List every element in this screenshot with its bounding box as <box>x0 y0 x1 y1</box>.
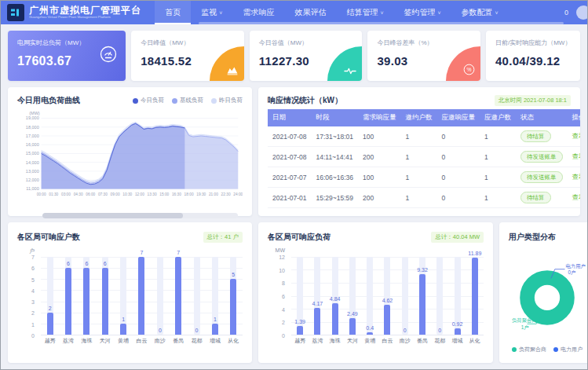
status-badge: 待结算 <box>520 130 551 142</box>
svg-text:21:00: 21:00 <box>209 192 218 196</box>
chevron-down-icon: ˅ <box>380 10 383 16</box>
nav-item-5[interactable]: 签约管理˅ <box>394 1 451 24</box>
nav-item-3[interactable]: 效果评估 <box>284 1 336 24</box>
bar-column: 0花都 <box>191 257 203 335</box>
x-axis-label: 海珠 <box>330 337 341 345</box>
view-link[interactable]: 查看 <box>572 193 581 201</box>
legend-item[interactable]: 今日负荷 <box>133 97 164 104</box>
bar <box>367 332 373 335</box>
table-row: 2021-07-0817:31~18:01100101待结算查看 <box>268 126 580 147</box>
bar-column: 5从化 <box>227 257 239 335</box>
y-axis-tick: 10 <box>279 267 285 273</box>
svg-text:18,000: 18,000 <box>26 125 39 130</box>
bar-value-label: 6 <box>85 261 88 266</box>
col-header-2: 需求响应量 <box>358 109 401 126</box>
col-header-0: 日期 <box>268 109 311 126</box>
svg-text:17,000: 17,000 <box>26 134 39 138</box>
logo <box>7 4 24 21</box>
bar-column: 0南沙 <box>399 257 411 335</box>
chevron-down-icon: ˅ <box>219 10 222 16</box>
beijing-time-badge: 北京时间 2021-07-08 18:1 <box>495 95 571 106</box>
svg-text:11,000: 11,000 <box>26 186 39 191</box>
x-axis-label: 白云 <box>382 337 393 345</box>
bar-value-label: 2.49 <box>347 311 358 317</box>
bar-column: 6天河 <box>99 257 111 335</box>
donut-legend: 负荷聚合商 电力用户 <box>509 346 586 354</box>
kpi-card-response-capability: 日前/实时响应能力（MW） 40.04/39.12 <box>486 31 580 81</box>
svg-text:(MW): (MW) <box>29 111 40 115</box>
avatar[interactable] <box>576 5 588 20</box>
view-link[interactable]: 查看 <box>572 152 581 160</box>
user-type-donut: 电力用户 0户 负荷聚合商 1户 <box>509 246 586 344</box>
middle-row: 今日用电负荷曲线 今日负荷基线负荷昨日负荷 19,00018,00017,000… <box>8 87 580 216</box>
total-badge: 总计：40.04 MW <box>431 232 484 243</box>
svg-text:16:30: 16:30 <box>172 192 181 196</box>
view-link[interactable]: 查看 <box>572 173 581 181</box>
legend-item[interactable]: 基线负荷 <box>172 97 203 104</box>
x-axis-label: 越秀 <box>294 337 305 345</box>
legend-item[interactable]: 负荷聚合商 <box>512 346 546 354</box>
x-axis-label: 从化 <box>469 337 480 345</box>
bar-value-label: 9.32 <box>417 267 428 273</box>
bar <box>384 305 390 335</box>
legend-item[interactable]: 电力用户 <box>553 346 583 354</box>
chart-datazoom-slider[interactable] <box>42 213 238 218</box>
bar <box>175 257 181 335</box>
legend-item[interactable]: 昨日负荷 <box>211 97 243 104</box>
kpi-card-today-valley: 今日谷值（MW） 11227.30 <box>250 31 363 81</box>
svg-text:06:00: 06:00 <box>86 192 95 196</box>
y-axis-tick: 2 <box>282 320 285 325</box>
svg-text:19:30: 19:30 <box>196 192 206 196</box>
bar <box>349 318 356 335</box>
svg-text:13:30: 13:30 <box>148 192 157 196</box>
nav-item-1[interactable]: 监视˅ <box>191 1 232 24</box>
x-axis-label: 海珠 <box>81 337 92 345</box>
bar <box>212 324 218 335</box>
app-window: 广州市虚拟电厂管理平台 Guangzhou Virtual Power Plan… <box>0 0 588 370</box>
y-axis-tick: 4 <box>282 306 285 312</box>
bar-value-label: 5 <box>232 272 235 277</box>
panel-title: 今日用电负荷曲线 <box>17 95 80 106</box>
donut-label-count: 1户 <box>521 324 529 330</box>
bar <box>138 257 144 335</box>
bar-value-label: 4.62 <box>382 298 393 303</box>
bar-column: 11.89从化 <box>469 257 481 335</box>
svg-text:19,000: 19,000 <box>26 115 39 120</box>
topbar-right: 0 <box>564 5 579 20</box>
bar-value-label: 4.17 <box>312 301 323 306</box>
view-link[interactable]: 查看 <box>572 132 581 140</box>
nav-scrollbar[interactable] <box>199 22 564 24</box>
y-axis-tick: 6 <box>31 266 35 271</box>
bar-column: 7白云 <box>135 257 148 335</box>
nav-item-0[interactable]: 首页 <box>155 1 191 24</box>
status-badge: 待发送账单 <box>520 171 563 183</box>
status-badge: 待发送账单 <box>520 151 563 163</box>
bar <box>419 274 425 335</box>
table-row: 2021-07-0115:29~15:59200101待结算查看 <box>268 188 580 208</box>
svg-text:%: % <box>466 67 471 72</box>
svg-text:07:30: 07:30 <box>98 192 108 196</box>
y-axis-tick: 7 <box>31 255 35 260</box>
bar-value-label: 0.92 <box>452 321 463 327</box>
nav-menu: 首页监视˅需求响应效果评估结算管理˅签约管理˅参数配置˅ <box>155 1 508 24</box>
kpi-label: 今日峰谷差率（%） <box>377 38 471 47</box>
nav-item-6[interactable]: 参数配置˅ <box>451 1 509 24</box>
bar-column: 1.39越秀 <box>294 257 306 335</box>
svg-text:10:30: 10:30 <box>122 192 132 196</box>
nav-item-4[interactable]: 结算管理˅ <box>336 1 393 24</box>
gauge-icon <box>99 45 118 67</box>
bar-column: 1增城 <box>209 257 221 335</box>
bar-track <box>367 257 373 335</box>
notification-count[interactable]: 0 <box>564 9 568 16</box>
col-header-4: 应邀响应量 <box>437 109 480 126</box>
donut-ring <box>528 277 568 317</box>
svg-text:04:30: 04:30 <box>74 192 83 196</box>
y-axis-tick: 12 <box>279 255 285 260</box>
svg-text:18:00: 18:00 <box>184 192 194 196</box>
kpi-row: 电网实时总负荷（MW） 17603.67 今日峰值（MW） 18415.52 <box>8 31 580 81</box>
y-axis-tick: 8 <box>282 280 285 286</box>
y-axis-tick: 4 <box>31 288 35 293</box>
nav-item-2[interactable]: 需求响应 <box>232 1 284 24</box>
y-axis-tick: 0 <box>282 333 285 339</box>
bar <box>472 258 478 335</box>
